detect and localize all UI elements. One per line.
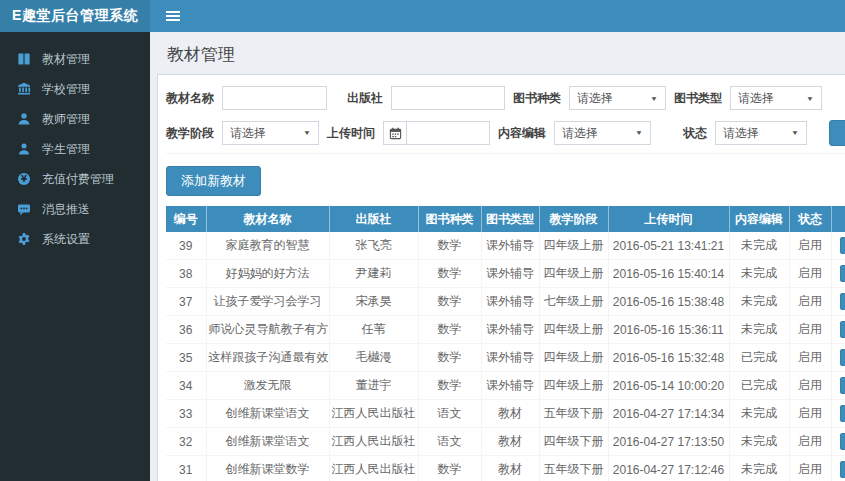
row-action-button[interactable] bbox=[840, 293, 845, 310]
cell-content-edit: 已完成 bbox=[729, 372, 789, 400]
cell-status: 启用 bbox=[789, 232, 831, 260]
publisher-label: 出版社 bbox=[335, 90, 383, 107]
cell-stage: 四年级上册 bbox=[539, 232, 608, 260]
row-action-button[interactable] bbox=[840, 405, 845, 422]
sidebar-item-label: 学生管理 bbox=[42, 142, 90, 156]
row-action-button[interactable] bbox=[840, 321, 845, 338]
money-icon: ¥ bbox=[16, 172, 31, 186]
publisher-input[interactable] bbox=[391, 86, 505, 110]
cell-category: 数学 bbox=[418, 232, 481, 260]
chevron-down-icon: ▼ bbox=[650, 94, 658, 101]
book-type-select[interactable]: 请选择 ▼ bbox=[730, 86, 822, 110]
cell-status: 启用 bbox=[789, 428, 831, 456]
filter-publisher: 出版社 bbox=[335, 86, 505, 110]
cell-stage: 四年级下册 bbox=[539, 428, 608, 456]
cell-id: 39 bbox=[166, 232, 206, 260]
textbook-name-label: 教材名称 bbox=[166, 90, 214, 107]
cell-upload-time: 2016-04-27 17:12:46 bbox=[608, 456, 729, 481]
row-action-button[interactable] bbox=[840, 377, 845, 394]
student-icon bbox=[16, 142, 31, 156]
textbook-name-input[interactable] bbox=[222, 86, 327, 110]
table-row: 32创维新课堂语文江西人民出版社语文教材四年级下册2016-04-27 17:1… bbox=[166, 428, 845, 456]
sidebar-toggle-icon[interactable] bbox=[160, 5, 186, 27]
app-logo[interactable]: E趣堂后台管理系统 bbox=[0, 0, 150, 32]
app-title: E趣堂后台管理系统 bbox=[12, 7, 138, 25]
cell-name: 这样跟孩子沟通最有效 bbox=[206, 344, 329, 372]
sidebar-item-textbook-management[interactable]: 教材管理 bbox=[0, 44, 150, 74]
cell-id: 33 bbox=[166, 400, 206, 428]
chevron-down-icon: ▼ bbox=[635, 129, 643, 136]
cell-upload-time: 2016-05-14 10:00:20 bbox=[608, 372, 729, 400]
row-action-button[interactable] bbox=[840, 265, 845, 282]
chevron-down-icon: ▼ bbox=[806, 94, 814, 101]
table-row: 39家庭教育的智慧张飞亮数学课外辅导四年级上册2016-05-21 13:41:… bbox=[166, 232, 845, 260]
filter-upload-time: 上传时间 bbox=[327, 121, 490, 145]
row-action-button[interactable] bbox=[840, 237, 845, 254]
cell-actions bbox=[831, 232, 845, 260]
col-header-actions bbox=[831, 206, 845, 232]
col-header-upload-time: 上传时间 bbox=[608, 206, 729, 232]
cell-stage: 七年级上册 bbox=[539, 288, 608, 316]
book-category-select[interactable]: 请选择 ▼ bbox=[569, 86, 666, 110]
upload-time-label: 上传时间 bbox=[327, 125, 375, 142]
calendar-icon[interactable] bbox=[383, 121, 407, 145]
cell-content-edit: 未完成 bbox=[729, 428, 789, 456]
cell-publisher: 尹建莉 bbox=[329, 260, 418, 288]
cell-status: 启用 bbox=[789, 288, 831, 316]
book-icon bbox=[16, 52, 31, 66]
sidebar-item-school-management[interactable]: 学校管理 bbox=[0, 74, 150, 104]
cell-category: 数学 bbox=[418, 344, 481, 372]
content-edit-select[interactable]: 请选择 ▼ bbox=[554, 121, 651, 145]
cell-upload-time: 2016-05-16 15:32:48 bbox=[608, 344, 729, 372]
sidebar-item-payment-management[interactable]: ¥ 充值付费管理 bbox=[0, 164, 150, 194]
chevron-down-icon: ▼ bbox=[791, 129, 799, 136]
filter-textbook-name: 教材名称 bbox=[166, 86, 327, 110]
sidebar-item-label: 充值付费管理 bbox=[42, 172, 114, 186]
cell-name: 家庭教育的智慧 bbox=[206, 232, 329, 260]
cell-publisher: 江西人民出版社 bbox=[329, 456, 418, 481]
cell-publisher: 任苇 bbox=[329, 316, 418, 344]
status-select[interactable]: 请选择 ▼ bbox=[715, 121, 807, 145]
sidebar-item-message-push[interactable]: 消息推送 bbox=[0, 194, 150, 224]
book-type-label: 图书类型 bbox=[674, 90, 722, 107]
cell-name: 好妈妈的好方法 bbox=[206, 260, 329, 288]
sidebar-item-student-management[interactable]: 学生管理 bbox=[0, 134, 150, 164]
cell-stage: 四年级上册 bbox=[539, 316, 608, 344]
cell-type: 课外辅导 bbox=[481, 232, 539, 260]
cell-type: 课外辅导 bbox=[481, 372, 539, 400]
cell-status: 启用 bbox=[789, 344, 831, 372]
col-header-content-edit: 内容编辑 bbox=[729, 206, 789, 232]
cell-stage: 五年级下册 bbox=[539, 400, 608, 428]
cell-stage: 五年级下册 bbox=[539, 456, 608, 481]
cell-status: 启用 bbox=[789, 316, 831, 344]
col-header-name: 教材名称 bbox=[206, 206, 329, 232]
sidebar-item-label: 系统设置 bbox=[42, 232, 90, 246]
cell-content-edit: 未完成 bbox=[729, 232, 789, 260]
row-action-button[interactable] bbox=[840, 349, 845, 366]
cell-type: 课外辅导 bbox=[481, 288, 539, 316]
cell-id: 35 bbox=[166, 344, 206, 372]
col-header-status: 状态 bbox=[789, 206, 831, 232]
cell-publisher: 董进宇 bbox=[329, 372, 418, 400]
sidebar-item-system-settings[interactable]: 系统设置 bbox=[0, 224, 150, 254]
row-action-button[interactable] bbox=[840, 433, 845, 450]
sidebar-item-teacher-management[interactable]: 教师管理 bbox=[0, 104, 150, 134]
cell-actions bbox=[831, 456, 845, 481]
teacher-icon bbox=[16, 112, 31, 126]
cell-upload-time: 2016-05-16 15:36:11 bbox=[608, 316, 729, 344]
row-action-button[interactable] bbox=[840, 461, 845, 478]
cell-category: 语文 bbox=[418, 428, 481, 456]
cell-id: 37 bbox=[166, 288, 206, 316]
teaching-stage-select[interactable]: 请选择 ▼ bbox=[222, 121, 319, 145]
cell-type: 课外辅导 bbox=[481, 344, 539, 372]
cell-category: 数学 bbox=[418, 456, 481, 481]
cell-id: 38 bbox=[166, 260, 206, 288]
cell-name: 让孩子爱学习会学习 bbox=[206, 288, 329, 316]
search-button[interactable]: 搜索 bbox=[829, 120, 845, 146]
upload-time-input[interactable] bbox=[406, 121, 490, 145]
cell-actions bbox=[831, 428, 845, 456]
add-textbook-button[interactable]: 添加新教材 bbox=[166, 166, 261, 196]
cell-content-edit: 未完成 bbox=[729, 456, 789, 481]
col-header-stage: 教学阶段 bbox=[539, 206, 608, 232]
cell-upload-time: 2016-05-16 15:40:14 bbox=[608, 260, 729, 288]
